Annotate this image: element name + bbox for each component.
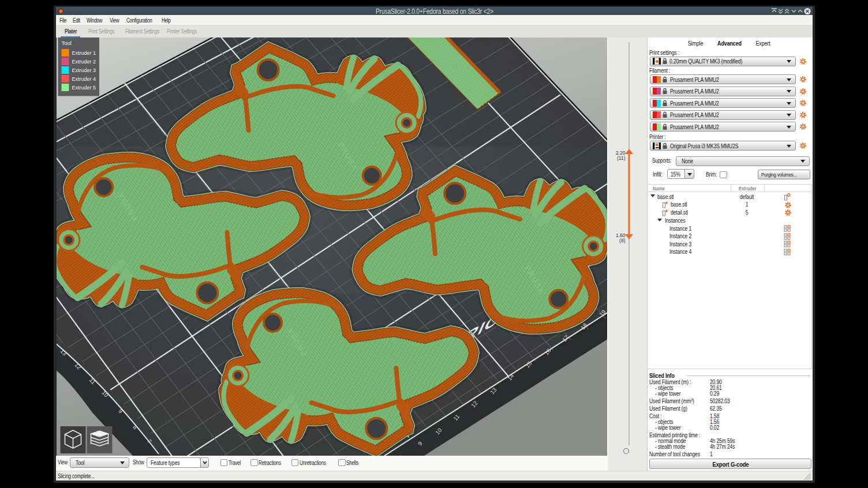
svg-text:Tool: Tool bbox=[61, 40, 71, 46]
svg-text:Extruder 5: Extruder 5 bbox=[72, 85, 96, 91]
svg-text:Extruder 1: Extruder 1 bbox=[72, 50, 96, 56]
svg-text:Extruder 2: Extruder 2 bbox=[72, 59, 96, 65]
svg-text:Extruder 4: Extruder 4 bbox=[72, 76, 96, 82]
svg-text:(8): (8) bbox=[619, 238, 626, 243]
svg-text:(11): (11) bbox=[617, 155, 626, 161]
svg-text:Extruder 3: Extruder 3 bbox=[72, 67, 96, 73]
